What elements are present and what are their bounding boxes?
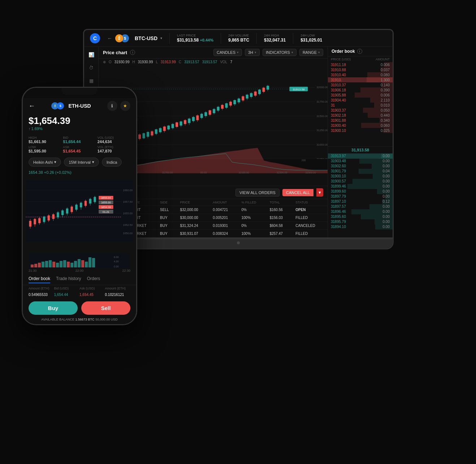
order-total: $156.03	[267, 214, 293, 222]
ob-bid-row[interactable]: 31895.600.00	[328, 214, 393, 219]
candles-button[interactable]: CANDLES ▾	[213, 49, 242, 56]
ob-ask-row[interactable]: 31910.400.080	[328, 72, 393, 77]
ob-amount: 0.04	[383, 169, 390, 173]
ob-ask-row[interactable]: 31904.402.110	[328, 98, 393, 103]
interval-button[interactable]: 3H ▾	[245, 49, 260, 56]
buy-button[interactable]: Buy	[29, 301, 78, 315]
h-value: 31930.99	[138, 60, 153, 64]
phone-balance: AVAILABLE BALANCE 1.56673 BTC 50,000.00 …	[23, 317, 136, 324]
ob-bid-row[interactable]: 31895.790.00	[328, 219, 393, 224]
ob-amount: 0.340	[381, 119, 390, 123]
laptop-camera	[237, 241, 240, 244]
chart-info-icon[interactable]: i	[130, 50, 135, 55]
ob-bid-row[interactable]: 31896.460.00	[328, 209, 393, 214]
ob-ask-row[interactable]: 31905.880.006	[328, 93, 393, 98]
phone-info-button[interactable]: ℹ	[107, 101, 117, 111]
ob-title: Order book	[332, 49, 355, 54]
tab-orders[interactable]: Orders	[87, 276, 100, 283]
ob-price: 31903.48	[331, 159, 346, 163]
ism-interval-button[interactable]: 15M Interval ▾	[64, 158, 99, 167]
ob-ask-row[interactable]: 31900.400.060	[328, 123, 393, 128]
indicator-button[interactable]: Indica	[102, 158, 122, 167]
ob-amount-col: AMOUNT	[376, 57, 390, 61]
phone-star-button[interactable]: ★	[120, 101, 130, 111]
pair-dropdown-icon[interactable]: ▾	[160, 36, 162, 40]
ob-bid-row[interactable]: 31894.100.00	[328, 224, 393, 229]
ob-ask-row[interactable]: 31902.180.440	[328, 113, 393, 118]
phone-back-icon[interactable]: ←	[29, 102, 35, 110]
ob-ask-row[interactable]: 31901.880.340	[328, 118, 393, 123]
ob-ask-row[interactable]: 31906.180.390	[328, 87, 393, 93]
ob-bid-row[interactable]: 31897.790.00	[328, 194, 393, 199]
last-price-stat: LAST PRICE $31,913.58 +0.44%	[177, 34, 213, 43]
ob-info-icon[interactable]: i	[357, 49, 362, 54]
ob-bid-row[interactable]: 31900.570.00	[328, 179, 393, 184]
back-arrow-icon[interactable]: ←	[107, 35, 112, 41]
svg-rect-128	[43, 216, 45, 222]
ob-bid-row[interactable]: 31902.600.00	[328, 164, 393, 169]
svg-rect-58	[184, 120, 186, 124]
open-value: 31930.99	[114, 60, 130, 64]
sell-button[interactable]: Sell	[81, 301, 130, 315]
phone-coin-icons: Ξ $	[51, 102, 64, 109]
svg-text:32000.00: 32000.00	[316, 86, 328, 89]
ob-bid-row[interactable]: 31901.790.04	[328, 169, 393, 174]
ob-ask-row[interactable]: 31911.180.006	[328, 62, 393, 67]
svg-text:8.00: 8.00	[114, 256, 119, 258]
svg-rect-162	[38, 263, 41, 267]
ob-amount: 0.00	[383, 184, 390, 188]
ob-price: 31897.10	[331, 199, 346, 203]
phone-bid-stat: BID $1,654.44	[63, 136, 96, 144]
svg-rect-76	[221, 105, 224, 109]
col-side: SIDE	[157, 199, 177, 206]
ob-bid-row[interactable]: 31897.100.12	[328, 199, 393, 204]
ob-bid-row[interactable]: 31903.480.00	[328, 159, 393, 164]
ob-amount: 1.300	[381, 78, 390, 82]
svg-rect-78	[225, 103, 228, 108]
ob-price: 31902.18	[331, 113, 346, 117]
trading-pair[interactable]: BTC-USD	[135, 35, 157, 41]
ob-bid-row[interactable]: 31897.570.00	[328, 204, 393, 209]
chart-type-button[interactable]: Heikin Ashi ▾	[29, 158, 61, 167]
ob-ask-row[interactable]: 31910.1.300	[328, 77, 393, 82]
sidebar-clock-icon[interactable]: ⏱	[88, 64, 95, 71]
ohlc-info: ⊕ O 31930.99 H 31930.99 L 31913.99 C 319…	[99, 59, 328, 65]
phone-vol-usd-stat: VOL (USD) 244,634	[98, 136, 130, 144]
svg-rect-64	[196, 115, 199, 120]
divider	[169, 33, 170, 44]
ob-bid-row[interactable]: 31900.100.00	[328, 174, 393, 179]
low-label: 24H LOW	[300, 34, 322, 37]
phone-notch	[23, 88, 136, 98]
order-price: $30,000.00	[177, 214, 210, 222]
ob-ask-row[interactable]: 31903.370.050	[328, 108, 393, 113]
svg-text:1655.00: 1655.00	[101, 201, 111, 204]
ob-bid-row[interactable]: 31899.460.00	[328, 184, 393, 189]
desktop-app-header: C ← ₿ $ BTC-USD ▾ LAST PRICE $31,913.58 …	[84, 30, 393, 47]
ob-ask-row[interactable]: 31900.100.025	[328, 128, 393, 133]
order-price: $30,931.07	[177, 230, 210, 238]
ob-ask-row[interactable]: 31910.880.037	[328, 67, 393, 72]
ob-bid-row[interactable]: 31899.600.00	[328, 189, 393, 194]
phone-notch-bar	[61, 88, 98, 95]
ob-ask-row[interactable]: 31910.370.140	[328, 82, 393, 87]
sidebar-bars-icon[interactable]: ▦	[88, 77, 95, 84]
svg-rect-72	[213, 109, 215, 113]
svg-text:31913.58: 31913.58	[293, 88, 305, 91]
range-button[interactable]: RANGE ▾	[299, 49, 323, 56]
view-all-orders-button[interactable]: VIEW ALL ORDERS	[235, 189, 280, 197]
sidebar-chart-icon[interactable]: 📊	[88, 51, 95, 58]
open-label: O	[109, 60, 112, 64]
chart-type-dropdown-icon: ▾	[54, 160, 56, 164]
svg-rect-169	[63, 260, 66, 267]
cancel-all-button[interactable]: CANCEL ALL	[282, 189, 313, 196]
cancel-dropdown-icon[interactable]: ▾	[316, 188, 323, 197]
ob-bid-row[interactable]: 31913.970.00	[328, 154, 393, 159]
svg-text:200: 200	[302, 159, 306, 162]
order-price: $32,000.00	[177, 206, 210, 214]
ob-ask-row[interactable]: 310.010	[328, 103, 393, 108]
ob-price: 31904.40	[331, 98, 346, 102]
x-label-1: 21:30	[29, 269, 37, 272]
indicators-button[interactable]: INDICATORS ▾	[263, 49, 297, 56]
tab-order-book[interactable]: Order book	[29, 276, 50, 283]
tab-trade-history[interactable]: Trade history	[56, 276, 81, 283]
